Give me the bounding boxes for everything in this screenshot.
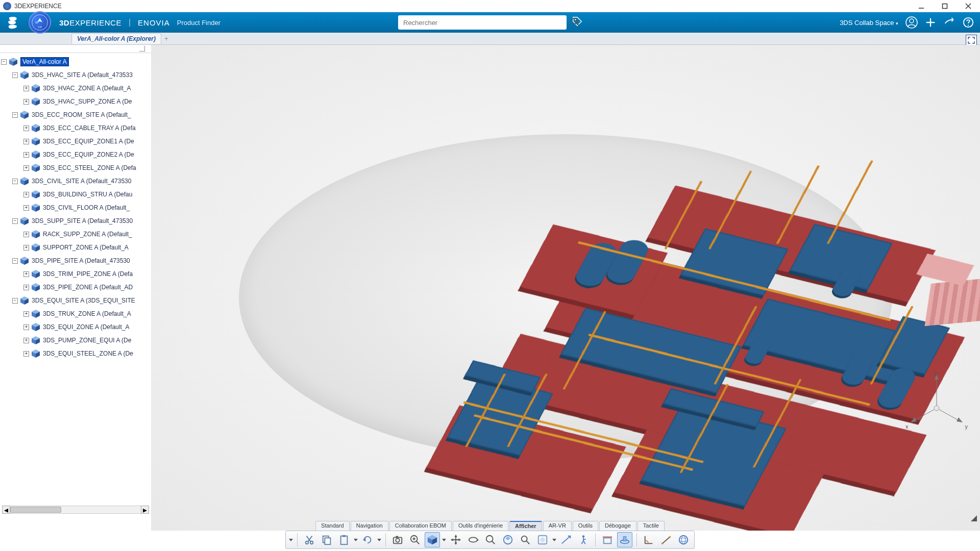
search-view-icon[interactable] bbox=[518, 532, 533, 547]
expander-icon[interactable]: + bbox=[23, 152, 29, 158]
actionbar-tab[interactable]: AR-VR bbox=[543, 521, 572, 531]
tree-ruler[interactable] bbox=[0, 45, 151, 53]
expander-icon[interactable]: + bbox=[23, 99, 29, 105]
tree-horizontal-scrollbar[interactable]: ◂ ▸ bbox=[2, 505, 149, 514]
tab-add-button[interactable]: + bbox=[164, 35, 168, 42]
minimize-button[interactable] bbox=[910, 0, 933, 12]
expander-icon[interactable]: − bbox=[12, 112, 18, 118]
tree-node[interactable]: +SUPPORT_ZONE A (Default_A bbox=[0, 241, 151, 254]
actionbar-tab[interactable]: Afficher bbox=[509, 521, 542, 531]
fly-icon[interactable] bbox=[558, 532, 574, 547]
undo-dropdown[interactable] bbox=[377, 539, 381, 541]
turntable-icon[interactable] bbox=[617, 532, 632, 547]
expander-icon[interactable]: − bbox=[12, 218, 18, 224]
maximize-button[interactable] bbox=[933, 0, 957, 12]
profile-icon[interactable] bbox=[905, 16, 918, 29]
expander-icon[interactable]: + bbox=[23, 126, 29, 131]
scroll-track[interactable] bbox=[10, 506, 141, 514]
tree-node[interactable]: +3DS_HVAC_ZONE A (Default_A bbox=[0, 82, 151, 95]
paste-icon[interactable] bbox=[336, 532, 352, 547]
tree-node[interactable]: +RACK_SUPP_ZONE A (Default_ bbox=[0, 228, 151, 241]
tree-node[interactable]: +3DS_EQUI_ZONE A (Default_A bbox=[0, 320, 151, 334]
viewport-resize-handle[interactable] bbox=[971, 515, 977, 521]
tree-node[interactable]: +3DS_ECC_CABLE_TRAY A (Defa bbox=[0, 121, 151, 135]
actionbar-tab[interactable]: Collaboration EBOM bbox=[389, 521, 452, 531]
expander-icon[interactable]: − bbox=[12, 179, 18, 184]
tree-node[interactable]: −3DS_CIVIL_SITE A (Default_473530 bbox=[0, 174, 151, 188]
expander-icon[interactable]: + bbox=[23, 245, 29, 251]
tab-explorer[interactable]: VerA_All-color A (Explorer) bbox=[71, 33, 161, 44]
tree-node[interactable]: −3DS_HVAC_SITE A (Default_473533 bbox=[0, 68, 151, 82]
share-icon[interactable] bbox=[943, 17, 955, 28]
tree-node[interactable]: +3DS_TRUK_ZONE A (Default_A bbox=[0, 307, 151, 320]
compass-icon[interactable]: V.R3D bbox=[29, 11, 51, 34]
actionbar-tab[interactable]: Navigation bbox=[351, 521, 388, 531]
expander-icon[interactable]: − bbox=[12, 258, 18, 264]
render-style-icon[interactable] bbox=[425, 532, 440, 547]
ambience-dropdown[interactable] bbox=[552, 539, 556, 541]
copy-icon[interactable] bbox=[319, 532, 334, 547]
expander-icon[interactable]: + bbox=[23, 139, 29, 144]
scroll-right-icon[interactable]: ▸ bbox=[141, 506, 149, 514]
undo-icon[interactable] bbox=[360, 532, 375, 547]
expander-icon[interactable]: + bbox=[23, 205, 29, 211]
expander-icon[interactable]: − bbox=[12, 72, 18, 78]
tree-root[interactable]: − VerA_All-color A bbox=[0, 55, 151, 68]
scroll-left-icon[interactable]: ◂ bbox=[2, 506, 10, 514]
fullscreen-toggle-icon[interactable] bbox=[966, 35, 977, 46]
tree-node[interactable]: +3DS_ECC_EQUIP_ZONE1 A (De bbox=[0, 135, 151, 148]
expander-icon[interactable]: − bbox=[12, 298, 18, 304]
tree-node[interactable]: +3DS_PUMP_ZONE_EQUI A (De bbox=[0, 334, 151, 347]
actionbar-tab[interactable]: Débogage bbox=[599, 521, 636, 531]
tree-node[interactable]: −3DS_ECC_ROOM_SITE A (Default_ bbox=[0, 108, 151, 121]
measure-distance-icon[interactable] bbox=[658, 532, 674, 547]
3d-viewport[interactable]: z x y bbox=[151, 45, 980, 531]
expander-icon[interactable]: + bbox=[23, 271, 29, 277]
close-button[interactable] bbox=[957, 0, 980, 12]
cut-icon[interactable] bbox=[302, 532, 317, 547]
expander-icon[interactable]: + bbox=[23, 324, 29, 330]
tree-node[interactable]: +3DS_PIPE_ZONE A (Default_AD bbox=[0, 281, 151, 294]
expander-icon[interactable]: + bbox=[23, 192, 29, 197]
tree-node[interactable]: −3DS_EQUI_SITE A (3DS_EQUI_SITE bbox=[0, 294, 151, 307]
section-icon[interactable] bbox=[600, 532, 615, 547]
ambience-icon[interactable] bbox=[535, 532, 550, 547]
measure-angle-icon[interactable] bbox=[641, 532, 656, 547]
globe-icon[interactable] bbox=[676, 532, 691, 547]
tree-node[interactable]: +3DS_EQUI_STEEL_ZONE A (De bbox=[0, 347, 151, 360]
tree-node[interactable]: −3DS_SUPP_SITE A (Default_473530 bbox=[0, 214, 151, 228]
walk-icon[interactable] bbox=[576, 532, 591, 547]
zoom-search-icon[interactable] bbox=[407, 532, 423, 547]
axis-triad[interactable]: z x y bbox=[909, 372, 965, 429]
search-input[interactable] bbox=[398, 15, 567, 30]
expander-icon[interactable]: + bbox=[23, 338, 29, 343]
fit-all-icon[interactable] bbox=[500, 532, 516, 547]
collab-space-selector[interactable]: 3DS Collab Space ▾ bbox=[840, 19, 898, 27]
scroll-thumb[interactable] bbox=[10, 507, 61, 513]
ds-logo-icon[interactable] bbox=[5, 15, 20, 30]
tree-node[interactable]: +3DS_ECC_STEEL_ZONE A (Defa bbox=[0, 161, 151, 174]
expander-icon[interactable]: − bbox=[1, 59, 7, 65]
expander-icon[interactable]: + bbox=[23, 165, 29, 171]
toolbar-dropdown[interactable] bbox=[289, 539, 293, 541]
search-icon[interactable] bbox=[571, 17, 580, 29]
tree-node[interactable]: +3DS_TRIM_PIPE_ZONE A (Defa bbox=[0, 267, 151, 281]
actionbar-tab[interactable]: Outils bbox=[573, 521, 598, 531]
add-icon[interactable] bbox=[925, 17, 936, 28]
actionbar-tab[interactable]: Tactile bbox=[638, 521, 665, 531]
paste-dropdown[interactable] bbox=[354, 539, 358, 541]
expander-icon[interactable]: + bbox=[23, 351, 29, 357]
tree-node[interactable]: +3DS_CIVIL_FLOOR A (Default_ bbox=[0, 201, 151, 214]
tree-node[interactable]: +3DS_HVAC_SUPP_ZONE A (De bbox=[0, 95, 151, 108]
help-icon[interactable] bbox=[963, 17, 974, 28]
tree-node[interactable]: −3DS_PIPE_SITE A (Default_473530 bbox=[0, 254, 151, 267]
expander-icon[interactable]: + bbox=[23, 86, 29, 91]
actionbar-tab[interactable]: Outils d'ingénierie bbox=[453, 521, 508, 531]
render-style-dropdown[interactable] bbox=[442, 539, 446, 541]
expander-icon[interactable]: + bbox=[23, 285, 29, 290]
actionbar-tab[interactable]: Standard bbox=[315, 521, 350, 531]
pan-icon[interactable] bbox=[448, 532, 463, 547]
tree-node[interactable]: +3DS_ECC_EQUIP_ZONE2 A (De bbox=[0, 148, 151, 161]
tree-node[interactable]: +3DS_BUILDING_STRU A (Defau bbox=[0, 188, 151, 201]
zoom-icon[interactable] bbox=[483, 532, 498, 547]
